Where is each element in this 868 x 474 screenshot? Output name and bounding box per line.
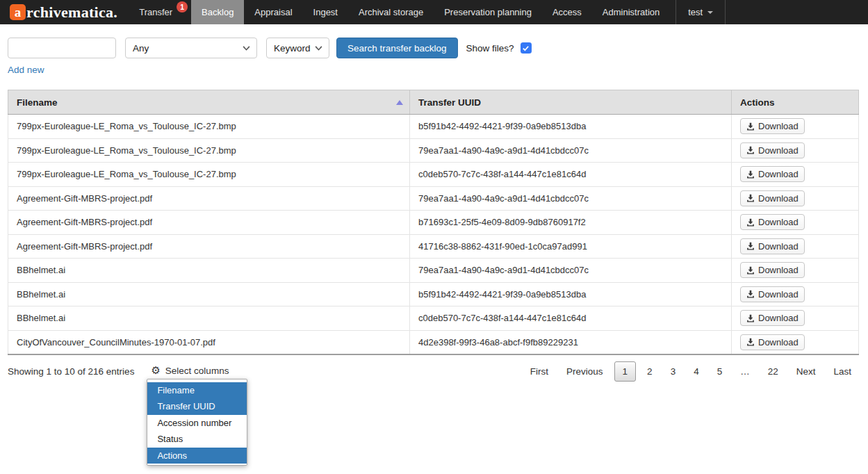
uuid-cell: c0deb570-7c7c-438f-a144-447c1e81c64d — [410, 163, 732, 187]
search-transfer-backlog-button[interactable]: Search transfer backlog — [336, 38, 458, 58]
column-option-accession-number[interactable]: Accession number — [147, 415, 247, 432]
user-menu[interactable]: test — [675, 0, 726, 24]
download-button[interactable]: Download — [740, 334, 805, 350]
top-navigation: a rchivematica. Transfer 1 Backlog Appra… — [0, 0, 868, 24]
pagination-page-3[interactable]: 3 — [664, 361, 683, 382]
nav-menu: Transfer 1 Backlog Appraisal Ingest Arch… — [129, 0, 670, 24]
column-header-filename[interactable]: Filename — [8, 90, 410, 115]
filename-cell: 799px-Euroleague-LE_Roma_vs_Toulouse_IC-… — [8, 138, 410, 163]
download-button[interactable]: Download — [740, 310, 805, 326]
show-files-checkbox[interactable] — [521, 42, 532, 54]
logo-wordmark: rchivematica. — [26, 3, 117, 22]
nav-item-administration[interactable]: Administration — [592, 0, 670, 24]
table-row: 799px-Euroleague-LE_Roma_vs_Toulouse_IC-… — [8, 138, 859, 163]
table-row: Agreement-Gift-MBRS-project.pdf 79ea7aa1… — [8, 186, 859, 211]
uuid-cell: 79ea7aa1-4a90-4a9c-a9d1-4d41cbdcc07c — [410, 259, 732, 283]
filename-cell: 799px-Euroleague-LE_Roma_vs_Toulouse_IC-… — [8, 115, 410, 139]
filename-cell: BBhelmet.ai — [8, 307, 410, 331]
gear-icon: ⚙ — [151, 366, 160, 376]
search-field-select[interactable]: Any — [125, 38, 257, 58]
download-button[interactable]: Download — [740, 166, 805, 182]
column-header-transfer-uuid[interactable]: Transfer UUID — [410, 90, 732, 115]
column-option-status[interactable]: Status — [147, 431, 247, 448]
check-icon — [522, 44, 530, 52]
search-type-value: Keyword — [274, 43, 311, 54]
actions-cell: Download — [732, 115, 859, 139]
search-field-value: Any — [133, 43, 149, 54]
download-icon — [746, 122, 755, 131]
nav-item-backlog[interactable]: Backlog — [191, 0, 244, 24]
app-logo[interactable]: a rchivematica. — [0, 0, 129, 24]
filename-cell: Agreement-Gift-MBRS-project.pdf — [8, 211, 410, 235]
pagination-previous[interactable]: Previous — [559, 361, 610, 382]
table-row: Agreement-Gift-MBRS-project.pdf 41716c38… — [8, 234, 859, 259]
sort-ascending-icon — [396, 100, 403, 105]
download-icon — [746, 242, 755, 250]
nav-item-appraisal[interactable]: Appraisal — [244, 0, 302, 24]
search-type-select[interactable]: Keyword — [266, 38, 329, 58]
column-option-filename[interactable]: Filename — [147, 382, 247, 399]
actions-cell: Download — [732, 163, 859, 187]
pagination-last[interactable]: Last — [826, 361, 858, 382]
download-button[interactable]: Download — [740, 286, 805, 302]
filename-cell: Agreement-Gift-MBRS-project.pdf — [8, 186, 410, 211]
filename-cell: BBhelmet.ai — [8, 282, 410, 307]
download-icon — [746, 146, 755, 154]
search-query-input[interactable] — [8, 38, 116, 58]
actions-cell: Download — [732, 234, 859, 259]
pagination-ellipsis: … — [733, 361, 757, 382]
column-select-listbox: FilenameTransfer UUIDAccession numberSta… — [147, 379, 247, 466]
user-menu-label: test — [688, 7, 703, 17]
pagination-first[interactable]: First — [523, 361, 555, 382]
download-icon — [746, 338, 755, 346]
column-header-actions[interactable]: Actions — [732, 90, 859, 115]
filename-cell: CityOfVancouver_CouncilMinutes-1970-01-0… — [8, 330, 410, 354]
actions-cell: Download — [732, 330, 859, 354]
pagination-next[interactable]: Next — [789, 361, 823, 382]
table-header-row: Filename Transfer UUID Actions — [8, 90, 859, 115]
search-bar: Any Keyword Search transfer backlog Show… — [8, 38, 860, 58]
nav-item-preservation-planning[interactable]: Preservation planning — [434, 0, 542, 24]
filename-cell: BBhelmet.ai — [8, 259, 410, 283]
nav-item-ingest[interactable]: Ingest — [303, 0, 348, 24]
table-row: 799px-Euroleague-LE_Roma_vs_Toulouse_IC-… — [8, 115, 859, 139]
column-option-transfer-uuid[interactable]: Transfer UUID — [147, 398, 247, 415]
actions-cell: Download — [732, 211, 859, 235]
nav-item-archival-storage[interactable]: Archival storage — [348, 0, 434, 24]
uuid-cell: 41716c38-8862-431f-90ed-1c0ca97ad991 — [410, 234, 732, 259]
pagination-page-22[interactable]: 22 — [761, 361, 785, 382]
uuid-cell: 79ea7aa1-4a90-4a9c-a9d1-4d41cbdcc07c — [410, 186, 732, 211]
select-columns-control[interactable]: ⚙ Select columns FilenameTransfer UUIDAc… — [151, 361, 229, 376]
show-files-control: Show files? — [466, 42, 532, 54]
uuid-cell: b71693c1-25f5-4e09-8d09-9db8760917f2 — [410, 211, 732, 235]
table-row: Agreement-Gift-MBRS-project.pdf b71693c1… — [8, 211, 859, 235]
chevron-down-icon — [315, 46, 322, 51]
actions-cell: Download — [732, 259, 859, 283]
pagination-page-5[interactable]: 5 — [710, 361, 730, 382]
uuid-cell: b5f91b42-4492-4421-9f39-0a9eb8513dba — [410, 282, 732, 307]
show-files-label: Show files? — [466, 43, 514, 54]
uuid-cell: b5f91b42-4492-4421-9f39-0a9eb8513dba — [410, 115, 732, 139]
pagination-page-1[interactable]: 1 — [614, 361, 637, 382]
download-button[interactable]: Download — [740, 142, 805, 158]
nav-item-access[interactable]: Access — [542, 0, 592, 24]
download-button[interactable]: Download — [740, 118, 805, 134]
backlog-results-table: Filename Transfer UUID Actions 799px-Eur… — [8, 90, 859, 355]
download-button[interactable]: Download — [740, 262, 805, 278]
download-button[interactable]: Download — [740, 214, 805, 230]
filename-cell: 799px-Euroleague-LE_Roma_vs_Toulouse_IC-… — [8, 163, 410, 187]
chevron-down-icon — [243, 46, 250, 51]
column-option-actions[interactable]: Actions — [147, 448, 247, 464]
nav-item-transfer[interactable]: Transfer 1 — [129, 0, 191, 24]
pagination-page-2[interactable]: 2 — [640, 361, 660, 382]
download-button[interactable]: Download — [740, 238, 805, 254]
table-row: BBhelmet.ai 79ea7aa1-4a90-4a9c-a9d1-4d41… — [8, 259, 859, 283]
download-icon — [746, 266, 755, 275]
download-button[interactable]: Download — [740, 190, 805, 206]
actions-cell: Download — [732, 186, 859, 211]
pagination-page-4[interactable]: 4 — [687, 361, 706, 382]
actions-cell: Download — [732, 307, 859, 331]
add-new-link[interactable]: Add new — [8, 65, 44, 75]
table-row: CityOfVancouver_CouncilMinutes-1970-01-0… — [8, 330, 859, 354]
chevron-down-icon — [707, 11, 713, 14]
